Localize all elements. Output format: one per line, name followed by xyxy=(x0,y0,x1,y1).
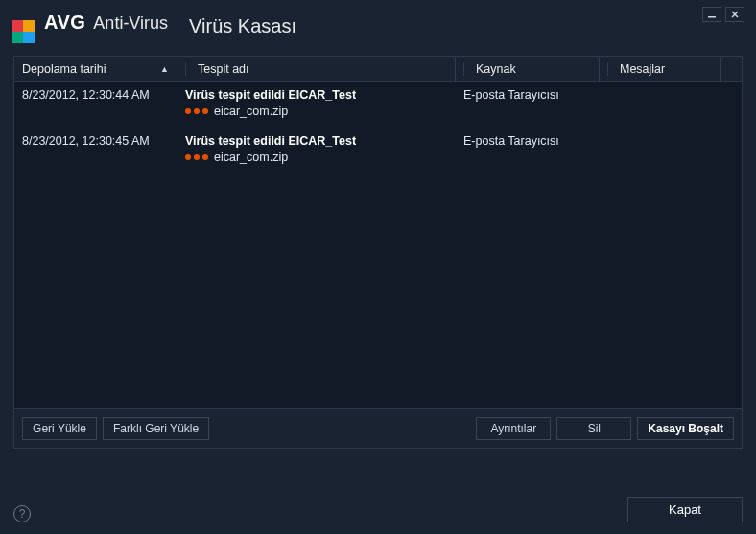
product-text: Anti-Virus xyxy=(93,13,168,34)
column-header-name[interactable]: Tespit adı xyxy=(177,57,456,81)
cell-messages xyxy=(600,134,742,164)
detection-title: Virüs tespit edildi EICAR_Test xyxy=(185,134,448,148)
detection-title: Virüs tespit edildi EICAR_Test xyxy=(185,88,448,102)
brand-text: AVG xyxy=(44,12,85,34)
table-header: Depolama tarihi ▲ Tespit adı Kaynak Mesa… xyxy=(14,57,742,82)
close-button[interactable]: Kapat xyxy=(627,497,743,522)
severity-dots-icon xyxy=(185,108,208,114)
svg-rect-0 xyxy=(708,16,716,18)
column-header-spacer xyxy=(721,57,742,81)
column-header-date[interactable]: Depolama tarihi ▲ xyxy=(14,57,177,81)
table-row[interactable]: 8/23/2012, 12:30:45 AM Virüs tespit edil… xyxy=(14,128,742,174)
cell-messages xyxy=(600,88,742,118)
detection-file: eicar_com.zip xyxy=(214,151,288,164)
restore-as-button[interactable]: Farklı Geri Yükle xyxy=(103,417,209,440)
cell-source: E-posta Tarayıcısı xyxy=(456,88,600,118)
column-header-messages-label: Mesajlar xyxy=(620,62,665,76)
window-title: Virüs Kasası xyxy=(189,15,296,37)
cell-detection: Virüs tespit edildi EICAR_Test eicar_com… xyxy=(177,88,456,118)
column-header-messages[interactable]: Mesajlar xyxy=(600,57,721,81)
cell-date: 8/23/2012, 12:30:45 AM xyxy=(14,134,177,164)
column-header-source[interactable]: Kaynak xyxy=(456,57,600,81)
sort-ascending-icon: ▲ xyxy=(160,64,169,74)
close-window-button[interactable] xyxy=(725,7,744,22)
table-row[interactable]: 8/23/2012, 12:30:44 AM Virüs tespit edil… xyxy=(14,82,742,128)
cell-detection: Virüs tespit edildi EICAR_Test eicar_com… xyxy=(177,134,456,164)
help-icon[interactable]: ? xyxy=(13,505,31,522)
severity-dots-icon xyxy=(185,154,208,160)
minimize-button[interactable] xyxy=(702,7,721,22)
column-header-date-label: Depolama tarihi xyxy=(22,62,106,76)
app-logo: AVG Anti-Virus xyxy=(12,12,168,40)
detection-file: eicar_com.zip xyxy=(214,104,288,118)
restore-button[interactable]: Geri Yükle xyxy=(22,417,97,440)
delete-button[interactable]: Sil xyxy=(556,417,631,440)
panel-footer: Geri Yükle Farklı Geri Yükle Ayrıntılar … xyxy=(14,408,742,448)
bottom-bar: ? Kapat xyxy=(0,478,756,534)
column-header-name-label: Tespit adı xyxy=(198,62,249,76)
empty-vault-button[interactable]: Kasayı Boşalt xyxy=(637,417,734,440)
cell-source: E-posta Tarayıcısı xyxy=(456,134,600,164)
column-header-source-label: Kaynak xyxy=(476,62,516,76)
table-body: 8/23/2012, 12:30:44 AM Virüs tespit edil… xyxy=(14,82,742,408)
virus-vault-panel: Depolama tarihi ▲ Tespit adı Kaynak Mesa… xyxy=(13,56,743,449)
details-button[interactable]: Ayrıntılar xyxy=(476,417,551,440)
cell-date: 8/23/2012, 12:30:44 AM xyxy=(14,88,177,118)
